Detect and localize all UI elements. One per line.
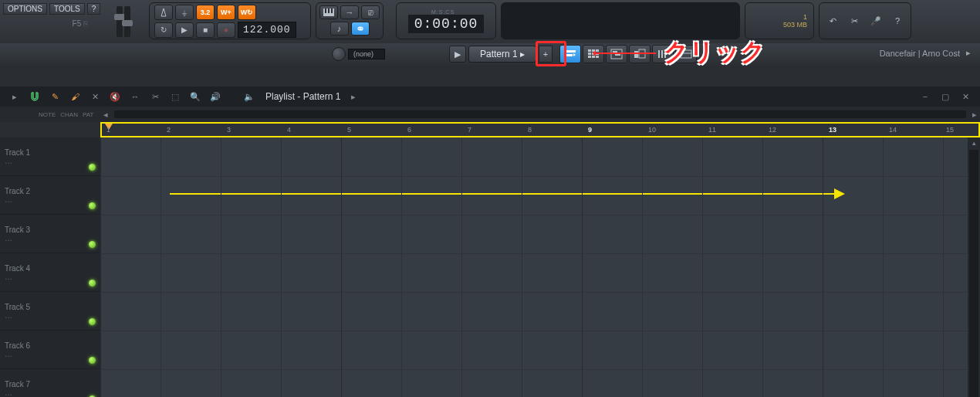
record-btn[interactable]: ● xyxy=(217,22,235,38)
annotation-text: クリック xyxy=(664,36,765,70)
track-header-7[interactable]: Track 7… xyxy=(0,369,100,397)
loop-rec-btn[interactable]: W↻ xyxy=(238,5,256,20)
link-btn[interactable] xyxy=(351,22,370,36)
tab-pat[interactable]: PAT xyxy=(83,111,93,118)
time-display[interactable]: 0:00:00 xyxy=(408,15,485,33)
svg-marker-6 xyxy=(573,53,576,56)
ruler-mark-10: 10 xyxy=(648,124,656,136)
snap-knob[interactable] xyxy=(332,47,346,61)
mic-btn[interactable]: 🎤 xyxy=(867,12,885,30)
pattern-add-btn[interactable]: + xyxy=(539,46,553,63)
mixer-view-btn[interactable]: ⎚ xyxy=(361,5,380,19)
memory-usage: 503 MB xyxy=(783,21,807,29)
grid-row-line xyxy=(100,176,968,177)
svg-rect-4 xyxy=(565,50,576,53)
v-scroll-up[interactable]: ▴ xyxy=(968,137,980,148)
menu-help[interactable]: ? xyxy=(87,3,101,15)
track-active-indicator[interactable] xyxy=(89,280,96,287)
pattern-selector[interactable]: Pattern 1 ▸ xyxy=(468,46,536,63)
overdub-btn[interactable]: W+ xyxy=(217,5,235,20)
slice-tool[interactable]: ✂ xyxy=(148,90,162,103)
playlist-view-btn[interactable] xyxy=(559,45,581,63)
track-grid[interactable] xyxy=(100,137,968,397)
playlist-menu-btn[interactable]: ▸ xyxy=(8,90,22,103)
track-header-1[interactable]: Track 1… xyxy=(0,137,100,176)
track-active-indicator[interactable] xyxy=(89,357,96,364)
grid-row-line xyxy=(100,253,968,254)
speaker-icon[interactable]: 🔈 xyxy=(242,90,256,103)
svg-rect-5 xyxy=(565,54,573,56)
ruler-mark-9: 9 xyxy=(588,124,592,136)
h-scroll-track[interactable] xyxy=(114,110,966,118)
tab-note[interactable]: NOTE xyxy=(39,111,56,118)
ruler-mark-4: 4 xyxy=(287,124,291,136)
menu-tools[interactable]: TOOLS xyxy=(49,3,85,15)
magnet-snap-btn[interactable] xyxy=(28,90,42,103)
v-scroll-track[interactable] xyxy=(969,150,978,397)
track-label: Track 3 xyxy=(5,226,100,234)
track-menu-dots[interactable]: … xyxy=(5,273,100,281)
track-header-5[interactable]: Track 5… xyxy=(0,292,100,331)
mute-tool[interactable]: 🔇 xyxy=(108,90,122,103)
track-header-4[interactable]: Track 4… xyxy=(0,253,100,292)
minimize-btn[interactable]: − xyxy=(918,90,932,103)
track-menu-dots[interactable]: … xyxy=(5,234,100,243)
h-scroll-right[interactable]: ▸ xyxy=(969,109,980,120)
menu-options[interactable]: OPTIONS xyxy=(3,3,47,15)
maximize-btn[interactable]: ▢ xyxy=(938,90,952,103)
step-mode-btn[interactable]: → xyxy=(340,5,359,19)
play-btn[interactable]: ▶ xyxy=(175,22,194,38)
pattern-play-btn[interactable]: ▶ xyxy=(449,46,466,63)
track-header-3[interactable]: Track 3… xyxy=(0,215,100,253)
typing-kbd-btn[interactable]: ♪ xyxy=(330,22,349,36)
grid-row-line xyxy=(100,369,968,370)
select-tool[interactable]: ⬚ xyxy=(168,90,182,103)
track-menu-dots[interactable]: … xyxy=(5,350,100,358)
track-label: Track 2 xyxy=(5,187,100,195)
menu-section: OPTIONS TOOLS ? F5 ⎘ xyxy=(0,0,100,43)
delete-tool[interactable]: ✕ xyxy=(88,90,102,103)
countdown-btn[interactable]: 3.2 xyxy=(196,5,215,20)
slip-tool[interactable]: ↔ xyxy=(128,90,142,103)
track-menu-dots[interactable]: … xyxy=(5,195,100,204)
undo-history-btn[interactable]: ↶ xyxy=(823,12,842,30)
track-menu-dots[interactable]: … xyxy=(5,157,100,165)
wait-btn[interactable]: ⏚ xyxy=(175,5,194,20)
track-menu-dots[interactable]: … xyxy=(5,389,100,397)
playback-tool[interactable]: 🔊 xyxy=(208,90,222,103)
piano-roll-btn[interactable] xyxy=(319,5,338,19)
song-title[interactable]: Dancefair | Arno Cost▸ xyxy=(880,48,971,58)
ruler-mark-14: 14 xyxy=(889,124,897,136)
tab-chan[interactable]: CHAN xyxy=(60,111,78,118)
ruler-mark-11: 11 xyxy=(708,124,716,136)
track-header-2[interactable]: Track 2… xyxy=(0,176,100,215)
track-header-6[interactable]: Track 6… xyxy=(0,331,100,369)
paint-tool[interactable]: 🖌 xyxy=(68,90,82,103)
top-toolbar: OPTIONS TOOLS ? F5 ⎘ ⏚ 3.2 W+ W↻ ↻ ▶ ■ ●… xyxy=(0,0,980,43)
scissors-btn[interactable]: ✂ xyxy=(845,12,863,30)
track-active-indicator[interactable] xyxy=(89,202,96,209)
track-active-indicator[interactable] xyxy=(89,164,96,171)
tempo-display[interactable]: 122.000 xyxy=(238,22,296,38)
track-active-indicator[interactable] xyxy=(89,241,96,248)
zoom-tool[interactable]: 🔍 xyxy=(188,90,202,103)
snap-display[interactable]: (none) xyxy=(348,49,385,59)
close-btn[interactable]: ✕ xyxy=(958,90,972,103)
h-scroll-left[interactable]: ◂ xyxy=(100,109,111,120)
piano-roll-view-btn[interactable] xyxy=(606,45,627,63)
playlist-title-arrow[interactable]: ▸ xyxy=(346,90,360,103)
help-btn[interactable]: ? xyxy=(888,12,907,30)
track-active-indicator[interactable] xyxy=(89,318,96,325)
stop-btn[interactable]: ■ xyxy=(196,22,215,38)
track-area: Track 1…Track 2…Track 3…Track 4…Track 5…… xyxy=(0,137,980,397)
visualizer[interactable] xyxy=(501,2,740,39)
svg-rect-9 xyxy=(596,49,599,52)
track-menu-dots[interactable]: … xyxy=(5,311,100,320)
song-mode-btn[interactable]: ↻ xyxy=(154,22,173,38)
timeline-ruler[interactable]: 123456789101112131415 xyxy=(100,122,980,137)
master-pitch-fader[interactable] xyxy=(124,6,130,37)
ruler-mark-1: 1 xyxy=(106,124,110,136)
browser-view-btn[interactable] xyxy=(629,45,651,63)
metronome-btn[interactable] xyxy=(154,5,173,20)
draw-tool[interactable]: ✎ xyxy=(48,90,62,103)
